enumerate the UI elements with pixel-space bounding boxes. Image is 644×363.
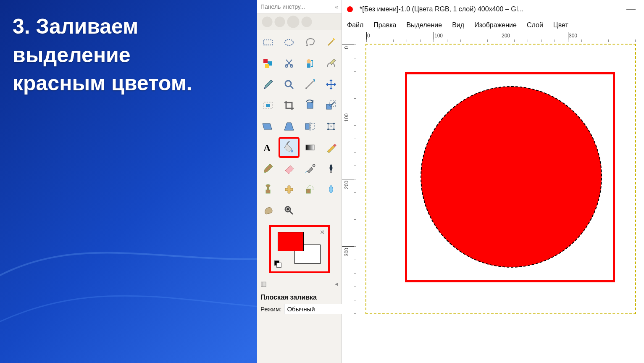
fuzzy-select-tool-button[interactable] xyxy=(321,33,341,52)
flip-tool-tool-button[interactable] xyxy=(300,117,320,136)
text-tool-tool-button[interactable] xyxy=(258,138,278,157)
shear-tool-tool-button[interactable] xyxy=(258,117,278,136)
default-colors-icon[interactable] xyxy=(274,260,282,268)
eraser-tool-tool-button[interactable] xyxy=(279,159,299,178)
tool-option-mode-row: Режим: xyxy=(257,302,342,316)
canvas-area[interactable] xyxy=(356,42,644,361)
menu-цвет[interactable]: Цвет xyxy=(553,21,568,29)
foreground-color-swatch[interactable] xyxy=(278,232,304,251)
bucket-fill-tool-button[interactable] xyxy=(279,138,299,157)
slide-instruction-text: 3. Заливаемвыделениекрасным цветом. xyxy=(13,13,192,98)
gimp-window: Панель инстру... « ⤭ ▥ ◂ Плоская заливка… xyxy=(257,0,644,363)
dodge-tool-tool-button[interactable] xyxy=(279,201,299,220)
perspective-clone-tool-button[interactable] xyxy=(300,180,320,199)
image-window-titlebar[interactable]: *[Без имени]-1.0 (Цвета RGB, 1 слой) 400… xyxy=(342,0,644,18)
tool-options-menu-icon[interactable]: ◂ xyxy=(335,280,338,288)
gimp-toolbox: Панель инстру... « ⤭ ▥ ◂ Плоская заливка… xyxy=(257,0,342,363)
tool-options-tabbar: ▥ ◂ xyxy=(257,278,342,289)
ruler-h-label: 0 xyxy=(367,33,370,39)
paths-tool-tool-button[interactable] xyxy=(321,54,341,73)
blend-tool-tool-button[interactable] xyxy=(300,138,320,157)
foreground-select-tool-button[interactable] xyxy=(300,54,320,73)
perspective-tool-tool-button[interactable] xyxy=(279,117,299,136)
toolbox-detach-icon[interactable]: « xyxy=(335,3,338,10)
ellipse-select-tool-button[interactable] xyxy=(279,33,299,52)
ink-tool-tool-button[interactable] xyxy=(321,159,341,178)
smudge-tool-tool-button[interactable] xyxy=(258,201,278,220)
wilber-logo-strip xyxy=(257,13,342,30)
ruler-vertical[interactable]: 0100200300 xyxy=(342,42,356,361)
tool-options-title: Плоская заливка xyxy=(257,289,342,302)
ruler-v-label: 0 xyxy=(344,46,350,49)
zoom-tool-tool-button[interactable] xyxy=(279,75,299,94)
blur-tool-tool-button[interactable] xyxy=(321,180,341,199)
image-window-menubar: ФайлПравкаВыделениеВидИзображениеСлойЦве… xyxy=(342,18,644,32)
mode-label: Режим: xyxy=(260,305,281,313)
menu-файл[interactable]: Файл xyxy=(347,21,363,29)
image-window-title: *[Без имени]-1.0 (Цвета RGB, 1 слой) 400… xyxy=(360,5,620,13)
window-minimize-button[interactable]: — xyxy=(626,4,636,15)
scale-tool-tool-button[interactable] xyxy=(321,96,341,115)
gimp-image-window: *[Без имени]-1.0 (Цвета RGB, 1 слой) 400… xyxy=(342,0,644,363)
color-picker-tool-button[interactable] xyxy=(258,75,278,94)
tool-options-tab-icon[interactable]: ▥ xyxy=(260,280,267,288)
fg-bg-color-widget[interactable]: ⤭ xyxy=(270,226,329,272)
filled-ellipse-selection xyxy=(421,87,602,267)
rect-select-tool-button[interactable] xyxy=(258,33,278,52)
crop-tool-tool-button[interactable] xyxy=(279,96,299,115)
ruler-v-label: 200 xyxy=(344,181,350,189)
ruler-h-label: 100 xyxy=(434,33,443,39)
free-select-tool-button[interactable] xyxy=(300,33,320,52)
menu-правка[interactable]: Правка xyxy=(373,21,396,29)
menu-вид[interactable]: Вид xyxy=(452,21,464,29)
paintbrush-tool-tool-button[interactable] xyxy=(258,159,278,178)
heal-tool-tool-button[interactable] xyxy=(279,180,299,199)
toolbox-titlebar[interactable]: Панель инстру... « xyxy=(257,0,342,13)
airbrush-tool-tool-button[interactable] xyxy=(300,159,320,178)
cage-tool-tool-button[interactable] xyxy=(321,117,341,136)
menu-выделение[interactable]: Выделение xyxy=(406,21,442,29)
pencil-tool-tool-button[interactable] xyxy=(321,138,341,157)
measure-tool-tool-button[interactable] xyxy=(300,75,320,94)
align-tool-tool-button[interactable] xyxy=(258,96,278,115)
by-color-select-tool-button[interactable] xyxy=(258,54,278,73)
ruler-v-label: 300 xyxy=(344,248,350,256)
ruler-h-label: 200 xyxy=(502,33,510,39)
swap-colors-icon[interactable]: ⤭ xyxy=(320,229,325,235)
ruler-h-label: 300 xyxy=(569,33,577,39)
ruler-v-label: 100 xyxy=(344,113,350,122)
tool-grid xyxy=(257,30,342,224)
scissors-select-tool-button[interactable] xyxy=(279,54,299,73)
rotate-tool-tool-button[interactable] xyxy=(300,96,320,115)
ruler-horizontal[interactable]: 0100200300 xyxy=(356,32,644,42)
move-tool-tool-button[interactable] xyxy=(321,75,341,94)
menu-изображение[interactable]: Изображение xyxy=(474,21,517,29)
menu-слой[interactable]: Слой xyxy=(527,21,543,29)
clone-tool-tool-button[interactable] xyxy=(258,180,278,199)
title-color-dot-icon xyxy=(347,6,353,12)
toolbox-title: Панель инстру... xyxy=(260,3,305,10)
